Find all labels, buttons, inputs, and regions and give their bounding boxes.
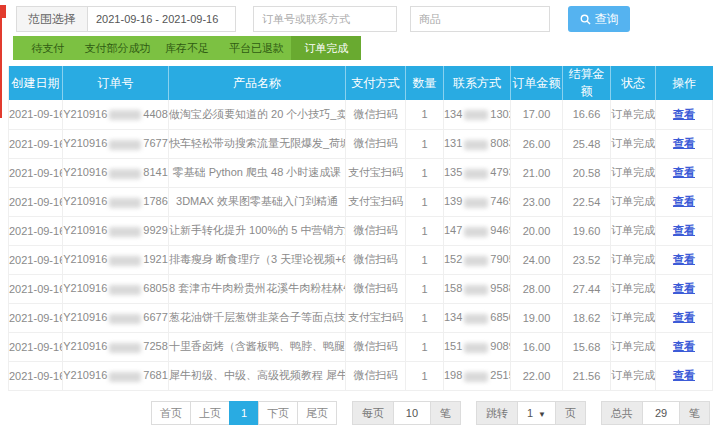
order-prefix: Y210916	[63, 282, 107, 294]
total-count: 29	[642, 401, 680, 425]
product-search-input[interactable]	[410, 6, 550, 32]
blurred-order-digits	[109, 140, 141, 150]
search-button-label: 查询	[595, 11, 619, 28]
blurred-phone-digits	[464, 227, 488, 237]
cell-settle-amount: 21.56	[563, 361, 611, 390]
search-button[interactable]: 查询	[568, 6, 630, 32]
cell-product: 做淘宝必须要知道的 20 个小技巧_卖家运营电商论坛	[169, 100, 346, 129]
tab-pending-payment[interactable]: 待支付	[13, 36, 83, 60]
table-row: 2021-09-16 Y2109169929 让新手转化提升 100%的 5 中…	[9, 216, 713, 245]
blurred-phone-digits	[464, 110, 488, 120]
order-prefix: Y210916	[63, 224, 107, 236]
tab-refunded[interactable]: 平台已退款	[222, 36, 292, 60]
order-prefix: Y210916	[63, 253, 107, 265]
blurred-order-digits	[109, 169, 141, 179]
phone-suffix: 1302	[490, 108, 510, 120]
order-search-input[interactable]	[253, 6, 397, 32]
view-link[interactable]: 查看	[673, 224, 695, 236]
cell-action: 查看	[656, 100, 713, 129]
date-range-input[interactable]	[88, 6, 236, 32]
cell-contact: 1318083	[444, 129, 511, 158]
cell-contact: 1982515	[444, 361, 511, 390]
phone-prefix: 152	[444, 253, 462, 265]
table-row: 2021-09-16 Y2109167677 快车轻松带动搜索流量无限爆发_荷塘…	[9, 129, 713, 158]
cell-contact: 1519089	[444, 332, 511, 361]
blurred-order-digits	[109, 110, 141, 120]
last-page-button[interactable]: 尾页	[297, 401, 337, 425]
first-page-button[interactable]: 首页	[151, 401, 191, 425]
cell-settle-amount: 16.66	[563, 100, 611, 129]
order-suffix: 7681	[143, 369, 167, 381]
cell-order-no: Y2109167677	[63, 129, 169, 158]
view-link[interactable]: 查看	[673, 195, 695, 207]
phone-prefix: 151	[444, 340, 462, 352]
tab-out-of-stock[interactable]: 库存不足	[152, 36, 222, 60]
phone-suffix: 4793	[490, 166, 510, 178]
order-suffix: 1921	[143, 253, 167, 265]
order-prefix: Y210916	[63, 311, 107, 323]
next-page-button[interactable]: 下页	[258, 401, 298, 425]
table-row: 2021-09-16 Y2109161921 排毒瘦身 断食理疗（3 天理论视频…	[9, 245, 713, 274]
view-link[interactable]: 查看	[673, 137, 695, 149]
phone-suffix: 9469	[490, 224, 510, 236]
cell-contact: 1479469	[444, 216, 511, 245]
cell-order-amount: 22.00	[511, 361, 563, 390]
cell-payment: 微信扫码	[346, 245, 406, 274]
cell-order-no: Y2109161786	[63, 187, 169, 216]
view-link[interactable]: 查看	[673, 340, 695, 352]
table-row: 2021-09-16 Y2109168141 零基础 Python 爬虫 48 …	[9, 158, 713, 187]
blurred-phone-digits	[464, 285, 488, 295]
phone-prefix: 139	[444, 195, 462, 207]
header-create-date: 创建日期	[9, 66, 63, 100]
header-settle-amount: 结算金额	[563, 66, 611, 100]
phone-suffix: 8083	[490, 137, 510, 149]
pagination-bar: 首页 上页 1 下页 尾页 每页 10 笔 跳转 1▼ 页 总共 29 笔	[151, 401, 710, 425]
cell-settle-amount: 18.62	[563, 303, 611, 332]
filter-bar: 范围选择 查询	[16, 6, 630, 32]
header-status: 状态	[611, 66, 656, 100]
per-page-input[interactable]: 10	[393, 401, 431, 425]
blurred-phone-digits	[464, 256, 488, 266]
cell-date: 2021-09-16	[9, 216, 63, 245]
cell-settle-amount: 27.44	[563, 274, 611, 303]
cell-qty: 1	[406, 187, 444, 216]
view-link[interactable]: 查看	[673, 311, 695, 323]
blurred-phone-digits	[464, 169, 488, 179]
red-edge-line	[0, 18, 2, 118]
cell-order-amount: 16.00	[511, 332, 563, 361]
view-link[interactable]: 查看	[673, 108, 695, 120]
cell-action: 查看	[656, 129, 713, 158]
jump-page-value: 1	[527, 407, 533, 419]
view-link[interactable]: 查看	[673, 282, 695, 294]
per-page-label: 每页	[352, 401, 394, 425]
date-range-label: 范围选择	[16, 6, 88, 32]
cell-date: 2021-09-16	[9, 245, 63, 274]
cell-order-amount: 24.00	[511, 245, 563, 274]
cell-action: 查看	[656, 158, 713, 187]
cell-date: 2021-09-16	[9, 361, 63, 390]
tab-partial-payment[interactable]: 支付部分成功	[83, 36, 153, 60]
tab-order-complete[interactable]: 订单完成	[291, 36, 361, 60]
blurred-order-digits	[109, 198, 141, 208]
cell-date: 2021-09-16	[9, 187, 63, 216]
prev-page-button[interactable]: 上页	[190, 401, 230, 425]
jump-page-select[interactable]: 1▼	[517, 401, 556, 425]
cell-payment: 微信扫码	[346, 361, 406, 390]
view-link[interactable]: 查看	[673, 369, 695, 381]
cell-order-no: Y2109167681	[63, 361, 169, 390]
cell-qty: 1	[406, 274, 444, 303]
chevron-down-icon: ▼	[538, 410, 546, 419]
cell-settle-amount: 15.68	[563, 332, 611, 361]
current-page-button[interactable]: 1	[229, 401, 259, 425]
table-header-row: 创建日期 订单号 产品名称 支付方式 数量 联系方式 订单金额 结算金额 状态 …	[9, 66, 713, 100]
view-link[interactable]: 查看	[673, 253, 695, 265]
cell-order-no: Y2109166677	[63, 303, 169, 332]
view-link[interactable]: 查看	[673, 166, 695, 178]
cell-contact: 1354793	[444, 158, 511, 187]
jump-label: 跳转	[476, 401, 518, 425]
table-row: 2021-09-16 Y2109161786 3DMAX 效果图零基础入门到精通…	[9, 187, 713, 216]
cell-date: 2021-09-16	[9, 332, 63, 361]
order-suffix: 6805	[143, 282, 167, 294]
blurred-order-digits	[109, 372, 141, 382]
cell-order-amount: 21.00	[511, 158, 563, 187]
